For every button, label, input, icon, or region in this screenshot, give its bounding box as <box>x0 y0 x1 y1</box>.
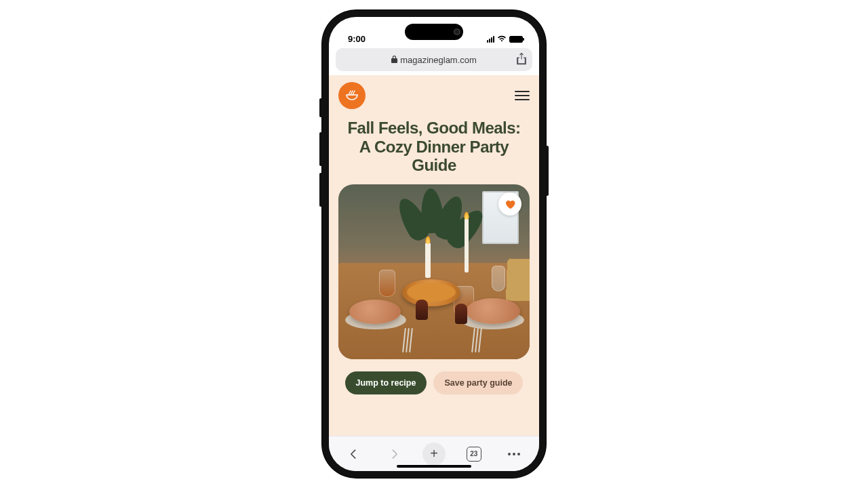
side-button <box>319 98 322 117</box>
save-party-guide-button[interactable]: Save party guide <box>433 371 523 394</box>
tabs-button[interactable]: 23 <box>462 443 486 466</box>
title-line-2: A Cozy Dinner Party Guide <box>359 138 509 175</box>
back-button[interactable] <box>342 443 366 466</box>
article-title: Fall Feels, Good Meals: A Cozy Dinner Pa… <box>329 113 539 182</box>
hero-image <box>338 184 530 359</box>
arrow-right-icon <box>387 447 401 461</box>
arrow-left-icon <box>347 447 361 461</box>
power-button <box>546 146 549 196</box>
status-time: 9:00 <box>348 34 366 44</box>
more-button[interactable] <box>502 443 526 466</box>
site-header <box>329 75 539 113</box>
bowl-whisk-icon <box>344 87 360 104</box>
wifi-icon <box>497 34 507 44</box>
home-indicator[interactable] <box>397 465 471 468</box>
new-tab-button[interactable]: + <box>422 443 446 466</box>
title-line-1: Fall Feels, Good Meals: <box>347 119 520 137</box>
cellular-icon <box>487 36 494 43</box>
web-content: Fall Feels, Good Meals: A Cozy Dinner Pa… <box>329 75 539 436</box>
more-icon <box>508 453 520 455</box>
site-logo[interactable] <box>338 82 366 109</box>
lock-icon <box>391 56 397 64</box>
heart-icon <box>504 198 516 210</box>
dynamic-island <box>405 24 463 40</box>
browser-domain: magazineglam.com <box>400 55 477 65</box>
tab-count-badge: 23 <box>467 447 481 462</box>
volume-up-button <box>319 132 322 166</box>
forward-button[interactable] <box>382 443 406 466</box>
favorite-button[interactable] <box>498 192 521 216</box>
cta-row: Jump to recipe Save party guide <box>329 359 539 394</box>
phone-screen: 9:00 magazineglam.com <box>329 17 539 471</box>
battery-icon <box>509 36 523 43</box>
hamburger-icon <box>515 91 530 92</box>
phone-frame: 9:00 magazineglam.com <box>322 10 546 478</box>
menu-button[interactable] <box>515 91 530 100</box>
volume-down-button <box>319 173 322 207</box>
browser-address-bar[interactable]: magazineglam.com <box>336 48 532 71</box>
share-icon[interactable] <box>516 53 527 67</box>
jump-to-recipe-button[interactable]: Jump to recipe <box>345 371 427 394</box>
plus-icon: + <box>430 446 438 462</box>
